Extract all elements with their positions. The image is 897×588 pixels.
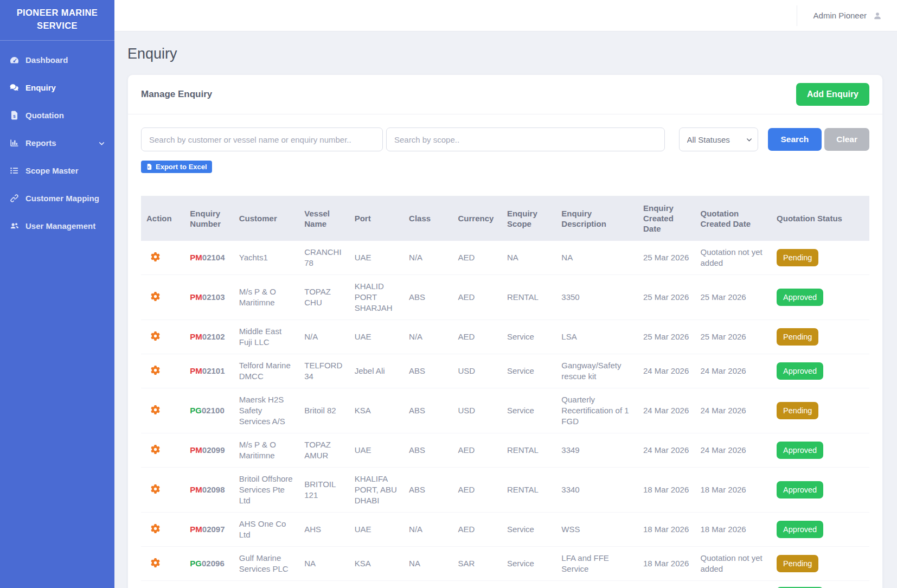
sidebar-item-label: Enquiry — [25, 83, 56, 92]
status-badge: Pending — [777, 555, 818, 572]
cell-quotation-status: Approved — [771, 513, 869, 547]
gauge-icon — [9, 55, 20, 65]
cell-enquiry-number: PM02101 — [184, 354, 233, 388]
cell-enquiry-number: PM02104 — [184, 241, 233, 275]
status-filter-select[interactable]: All Statuses — [679, 127, 758, 151]
add-enquiry-button[interactable]: Add Enquiry — [796, 83, 869, 106]
cell-customer: M/s P & O Maritimne — [234, 275, 299, 320]
chevron-down-icon — [98, 139, 105, 146]
gear-icon[interactable] — [146, 251, 160, 261]
cell-port — [349, 581, 403, 588]
cell-customer: Telford Marine DMCC — [234, 354, 299, 388]
cell-quotation-created-date: 18 Mar 2026 — [695, 468, 771, 513]
cell-enquiry-created-date: 18 Mar 2026 — [638, 468, 695, 513]
table-row: PG02096 Gulf Marine Services PLC NA KSA … — [141, 547, 869, 581]
cell-action — [141, 388, 184, 433]
cell-port: KHALID PORT SHARJAH — [349, 275, 403, 320]
cell-quotation-status: Approved — [771, 468, 869, 513]
svg-text:$: $ — [13, 114, 16, 119]
cell-enquiry-scope: RENTAL — [502, 275, 556, 320]
link-icon — [9, 193, 20, 203]
card-header: Manage Enquiry Add Enquiry — [128, 75, 882, 114]
gear-icon[interactable] — [146, 330, 160, 341]
cell-enquiry-scope: Service — [502, 320, 556, 354]
cell-vessel-name: TOPAZ AMUR — [299, 433, 349, 468]
cell-enquiry-description: NA — [556, 241, 638, 275]
status-badge: Pending — [777, 402, 818, 419]
export-to-excel-button[interactable]: Export to Excel — [141, 161, 212, 173]
sidebar-item-scope-master[interactable]: Scope Master — [0, 157, 114, 184]
gear-icon[interactable] — [146, 444, 160, 454]
cell-vessel-name: MY — [299, 581, 349, 588]
filter-row: All Statuses Search Clear — [141, 127, 869, 151]
cell-enquiry-created-date: 25 Mar 2026 — [638, 320, 695, 354]
col-header-enquiry-created-date: Enquiry Created Date — [638, 196, 695, 241]
sidebar-item-dashboard[interactable]: Dashboard — [0, 46, 114, 74]
cell-class: NA — [403, 547, 452, 581]
search-input[interactable] — [141, 127, 383, 151]
cell-vessel-name: NA — [299, 547, 349, 581]
file-invoice-dollar-icon: $ — [9, 110, 20, 120]
cell-currency: AED — [453, 468, 502, 513]
sidebar-item-quotation[interactable]: $ Quotation — [0, 101, 114, 129]
gear-icon[interactable] — [146, 483, 160, 494]
cell-enquiry-number: PM02098 — [184, 468, 233, 513]
col-header-customer: Customer — [234, 196, 299, 241]
cell-quotation-created-date: 25 Mar 2026 — [695, 320, 771, 354]
cell-customer: Britoil Offshore Services Pte Ltd — [234, 468, 299, 513]
table-row: PM02101 Telford Marine DMCC TELFORD 34 J… — [141, 354, 869, 388]
cell-enquiry-created-date: 18 Mar 2026 — [638, 547, 695, 581]
comments-icon — [9, 82, 20, 93]
cell-port: KSA — [349, 388, 403, 433]
table-body: PM02104 Yachts1 CRANCHI 78 UAE N/A AED N… — [141, 241, 869, 588]
cell-enquiry-scope: RENTAL — [502, 468, 556, 513]
cell-class: ABS — [403, 388, 452, 433]
col-header-enquiry-scope: Enquiry Scope — [502, 196, 556, 241]
cell-quotation-created-date: Quotation not yet added — [695, 547, 771, 581]
col-header-class: Class — [403, 196, 452, 241]
col-header-quotation-status: Quotation Status — [771, 196, 869, 241]
scope-search-input[interactable] — [386, 127, 665, 151]
clear-button[interactable]: Clear — [824, 128, 869, 151]
cell-customer: Middle East Fuji LLC — [234, 320, 299, 354]
cell-action — [141, 468, 184, 513]
col-header-quotation-created-date: Quotation Created Date — [695, 196, 771, 241]
gear-icon[interactable] — [146, 291, 160, 301]
user-menu[interactable]: Admin Pioneer — [797, 5, 883, 26]
col-header-vessel-name: Vessel Name — [299, 196, 349, 241]
cell-currency: USD — [453, 388, 502, 433]
status-badge: Pending — [777, 328, 818, 346]
cell-port: UAE — [349, 513, 403, 547]
cell-quotation-created-date: 18 Mar 2026 — [695, 513, 771, 547]
cell-quotation-created-date: Quotation not yet added — [695, 241, 771, 275]
status-badge: Approved — [777, 521, 823, 538]
status-badge: Approved — [777, 481, 823, 498]
cell-enquiry-description: 3350 — [556, 275, 638, 320]
col-header-enquiry-number: Enquiry Number — [184, 196, 233, 241]
cell-port: UAE — [349, 433, 403, 468]
cell-currency: AED — [453, 275, 502, 320]
cell-customer: AHS One Co Ltd — [234, 513, 299, 547]
enquiry-table: Action Enquiry Number Customer Vessel Na… — [141, 196, 869, 588]
list-icon — [9, 165, 20, 176]
sidebar-item-enquiry[interactable]: Enquiry — [0, 74, 114, 101]
gear-icon[interactable] — [146, 523, 160, 533]
sidebar-item-user-management[interactable]: User Management — [0, 212, 114, 240]
gear-icon[interactable] — [146, 404, 160, 414]
cell-action — [141, 581, 184, 588]
table-row: PG02100 Maersk H2S Safety Services A/S B… — [141, 388, 869, 433]
cell-action — [141, 354, 184, 388]
sidebar-item-reports[interactable]: Reports — [0, 129, 114, 157]
search-button[interactable]: Search — [768, 128, 822, 151]
cell-quotation-status: Pending — [771, 388, 869, 433]
page-content: Enquiry Manage Enquiry Add Enquiry All S… — [114, 31, 897, 588]
gear-icon[interactable] — [146, 557, 160, 567]
cell-class: ABS — [403, 468, 452, 513]
sidebar-item-customer-mapping[interactable]: Customer Mapping — [0, 184, 114, 212]
sidebar-item-label: Customer Mapping — [25, 194, 99, 203]
cell-currency: AED — [453, 433, 502, 468]
cell-action — [141, 241, 184, 275]
gear-icon[interactable] — [146, 365, 160, 375]
cell-class: N/A — [403, 320, 452, 354]
card-body: All Statuses Search Clear Export to Exce… — [128, 114, 882, 588]
